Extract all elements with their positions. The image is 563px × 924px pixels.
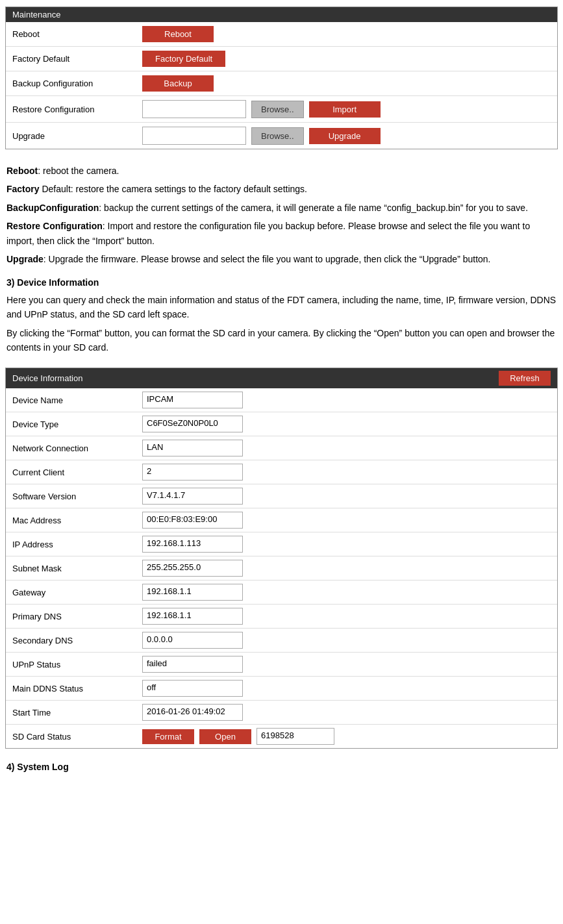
upgrade-desc: Upgrade: Upgrade the firmware. Please br… (6, 252, 557, 266)
ddns-status-value: off (142, 680, 243, 697)
gateway-row: Gateway 192.168.1.1 (6, 581, 557, 605)
subnet-mask-label: Subnet Mask (12, 564, 142, 573)
ip-address-row: IP Address 192.168.1.113 (6, 532, 557, 556)
mac-address-label: Mac Address (12, 516, 142, 525)
upgrade-row: Upgrade Browse.. Upgrade (6, 123, 557, 149)
device-type-row: Device Type C6F0SeZ0N0P0L0 (6, 412, 557, 436)
sd-card-label: SD Card Status (12, 732, 142, 742)
subnet-mask-value: 255.255.255.0 (142, 560, 243, 577)
open-button[interactable]: Open (199, 729, 251, 744)
device-name-value: IPCAM (142, 392, 243, 408)
restore-config-label: Restore Configuration (12, 105, 142, 114)
reboot-button[interactable]: Reboot (142, 26, 214, 42)
reboot-desc: Reboot: reboot the camera. (6, 164, 557, 178)
backup-text: : backup the current settings of the cam… (99, 203, 528, 213)
device-name-label: Device Name (12, 395, 142, 405)
ddns-status-row: Main DDNS Status off (6, 677, 557, 701)
reboot-controls: Reboot (142, 26, 551, 42)
backup-config-row: Backup Configuration Backup (6, 71, 557, 96)
import-button[interactable]: Import (309, 101, 381, 118)
subnet-mask-row: Subnet Mask 255.255.255.0 (6, 556, 557, 581)
secondary-dns-row: Secondary DNS 0.0.0.0 (6, 629, 557, 653)
maintenance-content: Reboot Reboot Factory Default Factory De… (6, 22, 557, 149)
restore-file-input[interactable] (142, 100, 246, 118)
backup-desc: BackupConfiguration: backup the current … (6, 201, 557, 215)
upnp-status-value: failed (142, 656, 243, 673)
backup-bold: BackupConfiguration (6, 203, 99, 213)
descriptions-area: Reboot: reboot the camera. Factory Defau… (0, 156, 563, 361)
upgrade-bold: Upgrade (6, 254, 44, 264)
gateway-label: Gateway (12, 588, 142, 597)
factory-text: Default: restore the camera settings to … (40, 184, 307, 194)
restore-desc: Restore Configuration: Import and restor… (6, 219, 557, 248)
secondary-dns-label: Secondary DNS (12, 636, 142, 645)
upgrade-label: Upgrade (12, 131, 142, 141)
reboot-text: : reboot the camera. (38, 166, 119, 176)
device-info-desc: Here you can query and check the main in… (6, 293, 557, 322)
factory-default-button[interactable]: Factory Default (142, 51, 225, 67)
ddns-status-label: Main DDNS Status (12, 684, 142, 693)
upgrade-browse-button[interactable]: Browse.. (251, 127, 304, 145)
factory-bold: Factory (6, 184, 40, 194)
refresh-button[interactable]: Refresh (499, 371, 551, 386)
network-connection-row: Network Connection LAN (6, 436, 557, 460)
start-time-value: 2016-01-26 01:49:02 (142, 704, 243, 721)
secondary-dns-value: 0.0.0.0 (142, 632, 243, 649)
restore-browse-button[interactable]: Browse.. (251, 101, 304, 118)
backup-config-controls: Backup (142, 75, 551, 92)
current-client-row: Current Client 2 (6, 460, 557, 484)
maintenance-header: Maintenance (6, 7, 557, 22)
device-info-rows: Device Name IPCAM Device Type C6F0SeZ0N0… (6, 388, 557, 748)
upgrade-controls: Browse.. Upgrade (142, 127, 551, 145)
device-info-header-label: Device Information (12, 373, 82, 383)
ip-address-label: IP Address (12, 540, 142, 549)
network-connection-value: LAN (142, 440, 243, 456)
current-client-label: Current Client (12, 468, 142, 477)
software-version-row: Software Version V7.1.4.1.7 (6, 484, 557, 508)
upgrade-text: : Upgrade the firmware. Please browse an… (44, 254, 491, 264)
primary-dns-value: 192.168.1.1 (142, 608, 243, 625)
reboot-row: Reboot Reboot (6, 22, 557, 47)
maintenance-section: Maintenance Reboot Reboot Factory Defaul… (5, 6, 558, 149)
factory-default-controls: Factory Default (142, 51, 551, 67)
sd-card-controls: Format Open 6198528 (142, 728, 334, 745)
upnp-status-label: UPnP Status (12, 660, 142, 669)
factory-desc: Factory Default: restore the camera sett… (6, 182, 557, 196)
device-info-section: Device Information Refresh Device Name I… (5, 368, 558, 749)
device-type-value: C6F0SeZ0N0P0L0 (142, 416, 243, 432)
device-name-row: Device Name IPCAM (6, 388, 557, 412)
backup-config-label: Backup Configuration (12, 79, 142, 88)
restore-config-row: Restore Configuration Browse.. Import (6, 96, 557, 123)
device-info-desc2: By clicking the “Format” button, you can… (6, 326, 557, 355)
gateway-value: 192.168.1.1 (142, 584, 243, 601)
sd-card-space-value: 6198528 (256, 728, 334, 745)
reboot-label: Reboot (12, 29, 142, 39)
primary-dns-label: Primary DNS (12, 612, 142, 621)
current-client-value: 2 (142, 464, 243, 481)
format-button[interactable]: Format (142, 729, 194, 744)
network-connection-label: Network Connection (12, 443, 142, 453)
mac-address-value: 00:E0:F8:03:E9:00 (142, 512, 243, 529)
primary-dns-row: Primary DNS 192.168.1.1 (6, 605, 557, 629)
start-time-row: Start Time 2016-01-26 01:49:02 (6, 701, 557, 725)
software-version-label: Software Version (12, 492, 142, 501)
backup-button[interactable]: Backup (142, 75, 214, 92)
ip-address-value: 192.168.1.113 (142, 536, 243, 553)
device-info-title: 3) Device Information (6, 275, 557, 290)
system-log-title: 4) System Log (0, 755, 563, 775)
upnp-status-row: UPnP Status failed (6, 653, 557, 677)
upgrade-button[interactable]: Upgrade (309, 128, 381, 144)
start-time-label: Start Time (12, 708, 142, 718)
software-version-value: V7.1.4.1.7 (142, 488, 243, 505)
mac-address-row: Mac Address 00:E0:F8:03:E9:00 (6, 508, 557, 532)
device-type-label: Device Type (12, 419, 142, 429)
factory-default-label: Factory Default (12, 54, 142, 64)
restore-bold: Restore Configuration (6, 221, 103, 231)
sd-card-row: SD Card Status Format Open 6198528 (6, 725, 557, 748)
upgrade-file-input[interactable] (142, 127, 246, 145)
reboot-bold: Reboot (6, 166, 38, 176)
restore-config-controls: Browse.. Import (142, 100, 551, 118)
factory-default-row: Factory Default Factory Default (6, 47, 557, 71)
device-info-header: Device Information Refresh (6, 368, 557, 388)
